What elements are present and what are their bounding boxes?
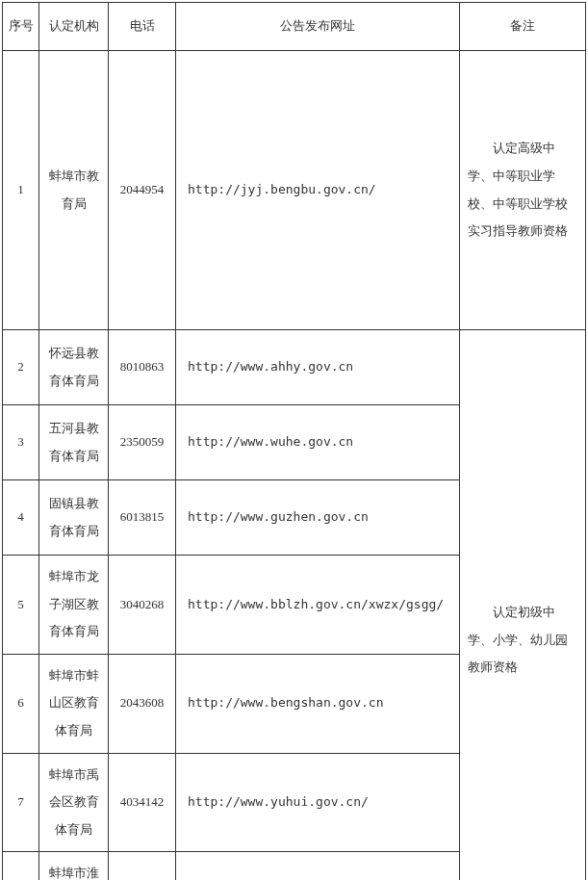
table-row: 2 怀远县教育体育局 8010863 http://www.ahhy.gov.c… [3,330,586,405]
cell-url: http://www.wuhe.gov.cn [176,405,460,480]
header-remarks: 备注 [460,3,586,51]
cell-phone: 8010863 [109,330,176,405]
certification-agency-table: 序号 认定机构 电话 公告发布网址 备注 1 蚌埠市教育局 2044954 ht… [2,2,586,880]
table-header-row: 序号 认定机构 电话 公告发布网址 备注 [3,3,586,51]
cell-org: 怀远县教育体育局 [39,330,109,405]
cell-num: 3 [3,405,39,480]
cell-remarks-group: 认定初级中学、小学、幼儿园教师资格 [460,330,586,881]
cell-org: 蚌埠市龙子湖区教育体育局 [39,556,109,655]
cell-org: 蚌埠市蚌山区教育体育局 [39,654,109,753]
cell-num: 2 [3,330,39,405]
cell-phone: 2350059 [109,405,176,480]
cell-num: 1 [3,51,39,330]
cell-num: 6 [3,654,39,753]
cell-url: http://www.bengshan.gov.cn [176,654,460,753]
cell-num: 8 [3,852,39,880]
cell-num: 4 [3,480,39,556]
header-org: 认定机构 [39,3,109,51]
cell-org: 蚌埠市教育局 [39,51,109,330]
header-url: 公告发布网址 [176,3,460,51]
cell-url: http://www.guzhen.gov.cn [176,480,460,556]
cell-phone: 2043608 [109,654,176,753]
cell-org: 五河县教育体育局 [39,405,109,480]
cell-org: 蚌埠市禹会区教育体育局 [39,753,109,852]
cell-url: http://jyj.bengbu.gov.cn/ [176,51,460,330]
cell-url: http://www.bblzh.gov.cn/xwzx/gsgg/ [176,556,460,655]
cell-phone: 2567851 [109,852,176,880]
cell-phone: 4034142 [109,753,176,852]
cell-phone: 6013815 [109,480,176,556]
header-phone: 电话 [109,3,176,51]
cell-phone: 3040268 [109,556,176,655]
cell-num: 5 [3,556,39,655]
cell-org: 固镇县教育体育局 [39,480,109,556]
cell-url: www.huaishang.gov.cn [176,852,460,880]
cell-url: http://www.ahhy.gov.cn [176,330,460,405]
cell-url: http://www.yuhui.gov.cn/ [176,753,460,852]
header-num: 序号 [3,3,39,51]
cell-org: 蚌埠市淮上区教育体育局 [39,852,109,880]
cell-phone: 2044954 [109,51,176,330]
table-row: 1 蚌埠市教育局 2044954 http://jyj.bengbu.gov.c… [3,51,586,330]
cell-num: 7 [3,753,39,852]
cell-remarks: 认定高级中学、中等职业学校、中等职业学校实习指导教师资格 [460,51,586,330]
